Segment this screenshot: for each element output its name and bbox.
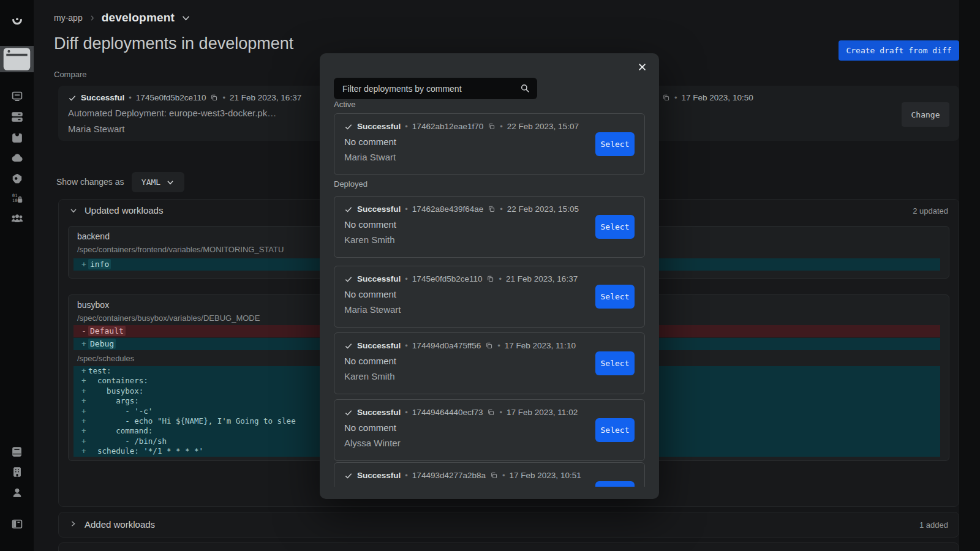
deployment-hash: 17462a8e439f64ae	[412, 204, 483, 214]
monitor-icon	[10, 90, 24, 103]
deployment-status: Successful • 174494d0a475ff56 • 17 Feb 2…	[344, 341, 576, 350]
deployment-card: Successful • 174493d4277a2b8a • 17 Feb 2…	[334, 462, 645, 487]
deployment-hash: 174493d4277a2b8a	[412, 471, 486, 480]
sidebar: 0110	[0, 0, 34, 551]
added-workloads-header[interactable]: Added workloads 1 added	[59, 512, 959, 534]
added-workloads-panel: Added workloads 1 added	[58, 512, 959, 538]
workload-name: busybox	[77, 300, 109, 310]
deployment-hash: 17449464440ecf73	[412, 408, 483, 417]
deployment-hash: 1745e0fd5b2ce110	[412, 274, 483, 283]
deployment-author: Maria Stwart	[344, 152, 396, 162]
app-logo-icon	[0, 10, 34, 32]
added-value: info	[88, 259, 111, 269]
deployment-card: Successful • 17462a8e439f64ae • 22 Feb 2…	[334, 196, 645, 258]
left-deployment-status: Successful • 1745e0fd5b2ce110 • 21 Feb 2…	[68, 93, 301, 102]
select-deployment-modal: Active Successful • 17462ab12eae1f70 • 2…	[320, 53, 659, 499]
separator: •	[405, 408, 408, 417]
deployment-card: Successful • 17462ab12eae1f70 • 22 Feb 2…	[334, 113, 645, 175]
separator: •	[405, 471, 408, 480]
change-path: /spec/schedules	[77, 354, 134, 363]
people-icon	[10, 212, 24, 225]
status-text: Successful	[357, 274, 401, 283]
format-value: YAML	[141, 178, 160, 187]
show-changes-label: Show changes as	[56, 177, 124, 187]
create-draft-from-diff-button[interactable]: Create draft from diff	[839, 40, 959, 61]
copy-icon[interactable]	[487, 408, 495, 416]
chevron-right-icon[interactable]	[69, 520, 77, 528]
page-title: Diff deployments in development	[54, 34, 293, 53]
copy-icon[interactable]	[485, 342, 493, 350]
separator: •	[405, 122, 408, 131]
format-dropdown[interactable]: YAML	[132, 172, 184, 192]
success-check-icon	[344, 471, 353, 480]
deployment-comment: No comment	[344, 356, 396, 366]
right-gutter	[959, 0, 980, 551]
left-deployment-comment: Automated Deployment: europe-west3-docke…	[68, 108, 276, 118]
deployment-list: Active Successful • 17462ab12eae1f70 • 2…	[320, 53, 659, 487]
workload-name: backend	[77, 231, 110, 241]
sidebar-collapse-button[interactable]	[0, 513, 34, 535]
deployment-status: Successful • 17449464440ecf73 • 17 Feb 2…	[344, 408, 578, 417]
sidebar-item-users[interactable]	[0, 208, 34, 230]
breadcrumb-separator-icon	[89, 15, 96, 21]
sidebar-item-packages[interactable]	[0, 127, 34, 149]
sidebar-item-docs[interactable]	[0, 441, 34, 463]
group-label-deployed: Deployed	[334, 179, 368, 189]
book-icon	[10, 445, 24, 459]
success-check-icon	[68, 94, 77, 102]
section-title: Added workloads	[85, 519, 155, 530]
separator: •	[499, 274, 502, 283]
building-icon	[10, 465, 24, 479]
separator: •	[129, 93, 132, 102]
copy-icon[interactable]	[486, 275, 494, 283]
copy-icon[interactable]	[488, 205, 496, 213]
environment-dropdown-icon[interactable]	[181, 13, 191, 23]
deployment-status: Successful • 1745e0fd5b2ce110 • 21 Feb 2…	[344, 274, 578, 283]
success-check-icon	[344, 275, 353, 283]
section-count: 2 updated	[913, 206, 948, 216]
separator: •	[500, 204, 503, 214]
deployment-author: Alyssa Winter	[344, 438, 401, 448]
sidebar-item-organization[interactable]	[0, 461, 34, 483]
deployment-comment: No comment	[344, 289, 396, 299]
deployment-status: Successful • 174493d4277a2b8a • 17 Feb 2…	[344, 471, 581, 480]
group-label-active: Active	[334, 100, 355, 109]
deployment-author: Maria Stewart	[344, 304, 401, 315]
copy-icon[interactable]	[488, 122, 496, 130]
sidebar-item-deploy[interactable]	[0, 168, 34, 190]
deployment-date: 21 Feb 2023, 16:37	[230, 93, 301, 102]
select-button[interactable]: Select	[595, 132, 635, 156]
select-button[interactable]: Select	[595, 418, 635, 442]
sidebar-item-apps[interactable]	[0, 46, 34, 72]
chevron-down-icon[interactable]	[69, 206, 78, 215]
sidebar-item-environments[interactable]	[0, 86, 34, 108]
select-button[interactable]: Select	[595, 285, 635, 309]
breadcrumb-app[interactable]: my-app	[54, 13, 83, 23]
removed-workloads-header[interactable]: Removed workloads	[59, 543, 959, 551]
sidebar-item-servers[interactable]	[0, 106, 34, 128]
deployment-date: 21 Feb 2023, 16:37	[506, 274, 578, 283]
select-button[interactable]: Select	[595, 215, 635, 239]
deployment-hash: 17462ab12eae1f70	[412, 122, 483, 131]
sidebar-item-profile[interactable]	[0, 482, 34, 504]
select-button[interactable]: Select	[595, 351, 635, 375]
sidebar-item-cloud[interactable]	[0, 147, 34, 169]
breadcrumb-environment[interactable]: development	[102, 11, 175, 24]
status-text: Successful	[81, 93, 124, 102]
success-check-icon	[344, 342, 353, 350]
select-button[interactable]: Select	[595, 481, 635, 487]
helmet-icon	[10, 172, 24, 186]
separator: •	[502, 471, 505, 480]
separator: •	[405, 274, 408, 283]
copy-icon[interactable]	[662, 94, 670, 102]
status-text: Successful	[357, 122, 401, 131]
status-text: Successful	[357, 408, 401, 417]
copy-icon[interactable]	[210, 94, 218, 102]
deployment-comment: No comment	[344, 219, 396, 230]
left-deployment-author: Maria Stewart	[68, 124, 125, 134]
change-deployment-button[interactable]: Change	[902, 102, 949, 127]
status-text: Successful	[357, 204, 401, 214]
sidebar-item-secrets[interactable]: 0110	[0, 187, 34, 209]
separator: •	[497, 341, 500, 350]
copy-icon[interactable]	[490, 471, 498, 479]
